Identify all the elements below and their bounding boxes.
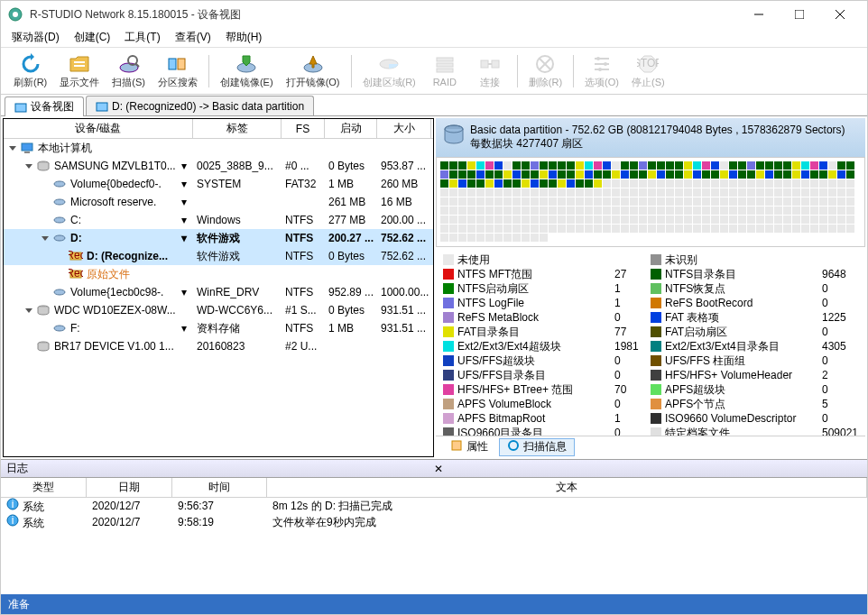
tree-row[interactable]: Rec 原始文件 [4, 265, 433, 283]
svg-text:Rec: Rec [69, 249, 83, 262]
log-col-type[interactable]: 类型 [1, 478, 87, 497]
scan-button-icon [118, 53, 140, 75]
legend-item: Ext2/Ext3/Ext4超级块 1981 [443, 339, 651, 353]
log-col-time[interactable]: 时间 [172, 478, 267, 497]
dropdown-arrow-icon[interactable]: ▾ [180, 160, 189, 172]
tree-body[interactable]: 本地计算机 SAMSUNG MZVLB1T0... ▾ 0025_388B_9.… [4, 139, 433, 456]
tree-row[interactable]: WDC WD10EZEX-08W... WD-WCC6Y6... #1 S...… [4, 301, 433, 319]
log-text: 8m 12s 的 D: 扫描已完成 [267, 499, 867, 514]
col-boot[interactable]: 启动 [325, 119, 377, 138]
dropdown-arrow-icon[interactable]: ▾ [180, 178, 189, 190]
minimize-button[interactable] [738, 1, 779, 28]
maximize-button[interactable] [779, 1, 819, 28]
disk-icon [36, 159, 51, 173]
device-label: Windows [193, 214, 282, 226]
vol-icon [52, 285, 67, 299]
log-close-button[interactable]: ✕ [430, 463, 862, 475]
partition-search-button-icon [167, 53, 189, 75]
menu-item[interactable]: 查看(V) [168, 28, 218, 47]
tree-row[interactable]: Microsoft reserve. ▾ 261 MB 16 MB [4, 193, 433, 211]
dropdown-arrow-icon[interactable]: ▾ [180, 322, 189, 335]
document-tab[interactable]: D: (Recognized0) -> Basic data partition [86, 96, 314, 115]
dropdown-arrow-icon[interactable]: ▾ [180, 196, 189, 208]
tree-row[interactable]: Volume{0bedecf0-. ▾ SYSTEM FAT32 1 MB 26… [4, 175, 433, 193]
dropdown-arrow-icon[interactable]: ▾ [180, 286, 189, 298]
svg-rect-33 [15, 104, 26, 112]
col-device[interactable]: 设备/磁盘 [4, 119, 193, 138]
log-col-date[interactable]: 日期 [87, 478, 172, 497]
show-files-button-icon [69, 53, 90, 75]
titlebar: R-STUDIO Network 8.15.180015 - 设备视图 [1, 1, 867, 28]
menu-item[interactable]: 帮助(H) [218, 28, 270, 47]
close-button[interactable] [819, 1, 860, 28]
tree-row[interactable]: D: ▾ 软件游戏 NTFS 200.27 ... 752.62 ... [4, 229, 433, 247]
open-image-button[interactable]: 打开镜像(O) [281, 51, 346, 91]
menu-item[interactable]: 创建(C) [67, 28, 118, 47]
menu-item[interactable]: 工具(T) [117, 28, 167, 47]
tree-row[interactable]: C: ▾ Windows NTFS 277 MB 200.00 ... [4, 211, 433, 229]
info-panel: Basic data partition - 752.62 GB (808121… [436, 118, 865, 457]
log-body[interactable]: i系统 2020/12/7 9:56:37 8m 12s 的 D: 扫描已完成 … [1, 498, 867, 594]
expand-toggle[interactable] [40, 323, 51, 334]
expand-toggle[interactable] [40, 287, 51, 298]
log-col-text[interactable]: 文本 [267, 478, 867, 497]
create-image-button[interactable]: 创建镜像(E) [215, 51, 279, 91]
legend-swatch [651, 269, 661, 280]
expand-toggle[interactable] [56, 251, 67, 262]
expand-toggle[interactable] [56, 269, 67, 280]
expand-toggle[interactable] [40, 197, 51, 207]
log-text: 文件枚举在9秒内完成 [267, 515, 867, 530]
menu-item[interactable]: 驱动器(D) [5, 28, 67, 47]
expand-toggle[interactable] [40, 215, 51, 225]
col-fs[interactable]: FS [282, 119, 325, 138]
show-files-button[interactable]: 显示文件 [54, 51, 105, 91]
expand-toggle[interactable] [40, 179, 51, 189]
device-size: 200.00 ... [377, 214, 431, 226]
device-size: 260 MB [377, 178, 431, 190]
col-label[interactable]: 标签 [193, 119, 282, 138]
partition-search-button[interactable]: 分区搜索 [152, 51, 203, 91]
document-tabs: 设备视图D: (Recognized0) -> Basic data parti… [1, 95, 867, 116]
tree-row[interactable]: Volume{1ecb0c98-. ▾ WinRE_DRV NTFS 952.8… [4, 283, 433, 301]
col-size[interactable]: 大小 [377, 119, 431, 138]
statusbar: 准备 [1, 594, 867, 614]
svg-rect-18 [437, 69, 453, 72]
tree-row[interactable]: 本地计算机 [4, 139, 433, 157]
device-fs: #1 S... [282, 304, 325, 317]
dropdown-arrow-icon[interactable]: ▾ [180, 214, 189, 226]
log-row[interactable]: i系统 2020/12/7 9:58:19 文件枚举在9秒内完成 [1, 514, 867, 530]
device-fs: NTFS [282, 322, 325, 335]
info-tab[interactable]: 属性 [443, 438, 495, 456]
document-tab[interactable]: 设备视图 [5, 96, 84, 116]
connect-button-icon [479, 53, 501, 75]
expand-toggle[interactable] [40, 233, 51, 243]
toolbar: 刷新(R)显示文件扫描(S)分区搜索创建镜像(E)打开镜像(O)创建区域(R)R… [1, 48, 867, 95]
expand-toggle[interactable] [23, 161, 34, 171]
tree-row[interactable]: SAMSUNG MZVLB1T0... ▾ 0025_388B_9... #0 … [4, 157, 433, 175]
expand-toggle[interactable] [23, 305, 34, 316]
refresh-button[interactable]: 刷新(R) [8, 51, 52, 91]
svg-point-28 [596, 57, 600, 60]
block-map[interactable] [436, 157, 865, 247]
log-row[interactable]: i系统 2020/12/7 9:56:37 8m 12s 的 D: 扫描已完成 [1, 498, 867, 514]
tree-row[interactable]: Rec D: (Recognize... 软件游戏 NTFS 0 Bytes 7… [4, 247, 433, 265]
device-size: 1000.00... [377, 286, 431, 298]
tab-icon [96, 100, 108, 113]
refresh-button-icon [20, 53, 42, 75]
raid-button-icon [434, 54, 456, 76]
scan-button[interactable]: 扫描(S) [106, 51, 151, 91]
expand-toggle[interactable] [23, 341, 34, 352]
svg-rect-17 [437, 63, 453, 67]
device-name: SAMSUNG MZVLB1T0... [54, 160, 176, 172]
info-tab[interactable]: 扫描信息 [499, 438, 575, 456]
svg-rect-11 [169, 59, 176, 69]
tree-row[interactable]: F: ▾ 资料存储 NTFS 1 MB 931.51 ... [4, 319, 433, 337]
device-fs: NTFS [282, 286, 325, 298]
dropdown-arrow-icon[interactable]: ▾ [180, 232, 189, 244]
log-time: 9:56:37 [172, 500, 267, 512]
device-boot: 1 MB [325, 322, 377, 335]
svg-point-29 [604, 62, 607, 66]
window-title: R-STUDIO Network 8.15.180015 - 设备视图 [30, 7, 738, 23]
expand-toggle[interactable] [7, 142, 18, 153]
tree-row[interactable]: BR17 DEVICE V1.00 1... 20160823 #2 U... [4, 337, 433, 355]
